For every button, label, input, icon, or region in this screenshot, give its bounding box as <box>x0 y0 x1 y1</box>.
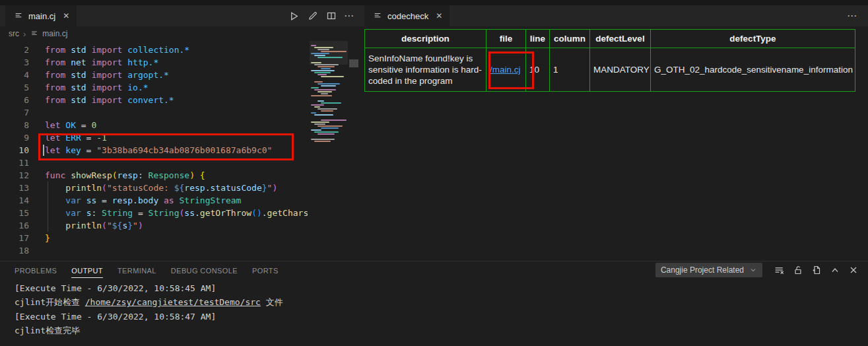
code-line: 13 println("statusCode: ${resp.statusCod… <box>0 182 308 194</box>
output-log: [Execute Time - 6/30/2022, 10:58:45 AM]c… <box>15 281 868 338</box>
dropdown-value: Cangjie Project Related <box>661 265 744 275</box>
tab-label: main.cj <box>28 11 55 21</box>
vscode-window: main.cj ✕ ⋯ src › main.c <box>0 0 868 346</box>
clear-output-icon[interactable] <box>774 265 785 276</box>
line-number: 17 <box>0 232 29 244</box>
panel-tab-problems[interactable]: PROBLEMS <box>15 263 57 278</box>
code-line: 16 println("${s}") <box>0 219 308 232</box>
code-text: let OK = 0 <box>45 119 96 131</box>
unlock-icon[interactable] <box>792 265 803 276</box>
split-editor-icon[interactable] <box>325 11 337 22</box>
close-icon[interactable]: ✕ <box>436 11 442 20</box>
line-number: 14 <box>0 194 29 207</box>
edit-pencil-icon[interactable] <box>307 11 318 22</box>
code-editor[interactable]: 2from std import collection.*3from net i… <box>0 41 308 261</box>
panel-tab-ports[interactable]: PORTS <box>252 263 279 278</box>
code-line: 17} <box>0 232 308 244</box>
minimap-line <box>321 76 344 77</box>
minimap-line <box>314 81 323 83</box>
file-icon <box>30 30 38 38</box>
minimap-line <box>317 83 340 85</box>
code-line: 3from net import http.* <box>0 56 308 69</box>
output-text: 文件 <box>261 297 283 307</box>
output-path-link[interactable]: /home/zsy/cangjietest/testDemo/src <box>85 297 261 307</box>
header-file: file <box>486 30 526 48</box>
maximize-panel-icon[interactable] <box>829 265 840 276</box>
code-line: 10let key = "3b38ba694cb34ab0876b001687a… <box>0 144 308 156</box>
defect-table: descriptionfilelinecolumndefectLeveldefe… <box>364 29 855 92</box>
code-line: 8let OK = 0 <box>0 119 308 131</box>
more-actions-icon[interactable]: ⋯ <box>847 13 857 19</box>
line-number: 4 <box>0 69 29 81</box>
line-number: 9 <box>0 131 29 144</box>
minimap-line <box>317 66 335 67</box>
line-number: 2 <box>0 44 29 56</box>
more-actions-icon[interactable]: ⋯ <box>344 13 354 19</box>
minimap-line <box>317 133 335 135</box>
tab-codecheck[interactable]: codecheck ✕ <box>364 5 450 26</box>
cell-description: SenInfoName found!key is sensitive infor… <box>365 48 486 92</box>
panel-header: PROBLEMSOUTPUTTERMINALDEBUG CONSOLEPORTS… <box>0 261 868 279</box>
editor-group: main.cj ✕ ⋯ src › main.c <box>0 5 360 261</box>
cell-column: 1 <box>550 48 590 92</box>
text-cursor <box>43 145 44 156</box>
output-line: [Execute Time - 6/30/2022, 10:58:47 AM] <box>15 310 868 324</box>
minimap-line <box>321 68 331 69</box>
code-text: func showResp(resp: Response) { <box>45 169 205 182</box>
output-text: [Execute Time - 6/30/2022, 10:58:45 AM] <box>15 283 216 293</box>
line-number: 5 <box>0 81 29 94</box>
open-output-file-icon[interactable] <box>811 265 822 276</box>
code-line: 11 <box>0 156 308 169</box>
minimap-line <box>317 57 343 58</box>
code-line: 6from std import convert.* <box>0 94 308 106</box>
code-line: 12func showResp(resp: Response) { <box>0 169 308 182</box>
breadcrumb-src[interactable]: src <box>9 29 19 38</box>
panel-tab-terminal[interactable]: TERMINAL <box>117 263 156 278</box>
minimap-line <box>321 51 347 52</box>
panel-tabs: PROBLEMSOUTPUTTERMINALDEBUG CONSOLEPORTS <box>15 263 279 278</box>
panel-tab-output[interactable]: OUTPUT <box>71 263 103 278</box>
output-text: cjlint检查完毕 <box>15 326 80 335</box>
line-number: 8 <box>0 119 29 131</box>
panel-tab-debug-console[interactable]: DEBUG CONSOLE <box>171 263 238 278</box>
file-icon <box>372 11 383 22</box>
scrollbar-slider[interactable] <box>349 59 358 67</box>
run-icon[interactable] <box>288 11 300 22</box>
code-line: 5from std import io.* <box>0 81 308 94</box>
cell-defectLevel: MANDATORY <box>590 48 651 92</box>
more-actions: ⋯ <box>847 5 857 26</box>
file-link[interactable]: /main.cj <box>490 65 521 75</box>
code-line: 4from std import argopt.* <box>0 69 308 81</box>
codecheck-group: codecheck ✕ ⋯ descriptionfilelinecolumnd… <box>360 5 868 261</box>
code-line: 15 var s: String = String(ss.getOrThrow(… <box>0 207 308 219</box>
minimap-line <box>314 141 331 142</box>
minimap-line <box>314 114 333 116</box>
chevron-right-icon: › <box>23 29 26 39</box>
breadcrumb-file[interactable]: main.cj <box>42 29 67 38</box>
line-number: 11 <box>0 156 29 169</box>
minimap-line <box>317 125 343 127</box>
line-number: 13 <box>0 182 29 194</box>
code-text: let key = "3b38ba694cb34ab0876b001687a6b… <box>45 144 272 156</box>
close-icon[interactable]: ✕ <box>63 11 69 20</box>
bottom-panel: PROBLEMSOUTPUTTERMINALDEBUG CONSOLEPORTS… <box>0 261 868 346</box>
minimap-line <box>311 62 321 63</box>
minimap-line <box>314 123 325 125</box>
minimap[interactable] <box>310 41 348 261</box>
output-channel-dropdown[interactable]: Cangjie Project Related <box>655 263 762 277</box>
line-number: 7 <box>0 106 29 119</box>
chevron-down-icon <box>749 266 757 274</box>
line-number: 10 <box>0 144 29 156</box>
close-panel-icon[interactable] <box>848 265 859 276</box>
editor-scrollbar[interactable] <box>348 41 360 261</box>
minimap-line <box>314 72 331 73</box>
output-text: [Execute Time - 6/30/2022, 10:58:47 AM] <box>15 312 216 322</box>
tab-main-cj[interactable]: main.cj ✕ <box>5 5 77 26</box>
minimap-line <box>314 64 339 65</box>
header-defectType: defectType <box>651 30 855 48</box>
minimap-line <box>314 89 336 90</box>
code-text: } <box>45 232 50 244</box>
minimap-line <box>311 95 332 96</box>
minimap-line <box>311 45 316 46</box>
defect-table-container: descriptionfilelinecolumndefectLeveldefe… <box>364 29 868 92</box>
